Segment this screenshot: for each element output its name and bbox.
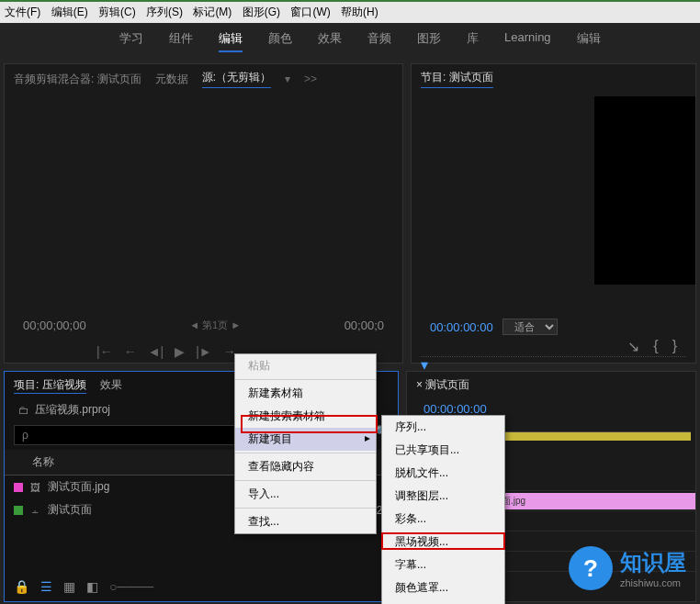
icon-view-icon[interactable]: ▦ [63,579,75,594]
tab-metadata[interactable]: 元数据 [155,72,188,87]
ctx-paste: 粘贴 [235,354,376,377]
menu-help[interactable]: 帮助(H) [341,6,378,18]
mark-out-icon[interactable]: } [672,338,677,355]
sequence-icon: ⫠ [30,505,40,516]
zoom-select[interactable]: 适合 [502,319,558,335]
tab-program[interactable]: 节目: 测试页面 [421,70,493,88]
sub-color-matte[interactable]: 颜色遮罩... [382,576,504,599]
sub-offline-file[interactable]: 脱机文件... [382,462,504,485]
ctx-new-search-bin[interactable]: 新建搜索素材箱 [235,405,376,428]
ws-effects[interactable]: 效果 [318,30,342,52]
sub-adjustment-layer[interactable]: 调整图层... [382,485,504,508]
export-frame-icon[interactable]: ↘ [627,338,639,355]
ws-editing[interactable]: 编辑 [219,30,243,52]
source-in-timecode[interactable]: 00;00;00;00 [23,319,86,332]
lock-icon[interactable]: 🔒 [14,579,29,594]
ws-audio[interactable]: 音频 [367,30,391,52]
watermark-sub: zhishiwu.com [620,577,686,588]
workspace-toolbar: 学习 组件 编辑 颜色 效果 音频 图形 库 Learning 编辑 [0,23,700,60]
menu-window[interactable]: 窗口(W) [290,6,330,18]
ws-edit2[interactable]: 编辑 [577,30,601,52]
ws-libraries[interactable]: 库 [467,30,479,52]
menu-clip[interactable]: 剪辑(C) [98,6,136,18]
ws-assembly[interactable]: 组件 [169,30,193,52]
project-file-name: 压缩视频.prproj [35,402,110,418]
pager[interactable]: ◄ 第1页 ► [189,319,241,332]
program-timecode[interactable]: 00:00:00:00 [430,320,493,334]
ws-learning[interactable]: Learning [504,30,551,52]
folder-icon: 🗀 [18,404,29,417]
tab-effects[interactable]: 效果 [100,377,122,394]
play-icon[interactable]: ▶ [175,344,185,359]
context-menu[interactable]: 粘贴 新建素材箱 新建搜索素材箱 新建项目▸ 查看隐藏内容 导入... 查找..… [234,353,377,534]
ctx-find[interactable]: 查找... [235,510,376,533]
image-icon: 🖼 [30,482,40,493]
next-frame-icon[interactable]: |► [196,344,212,359]
program-preview [594,96,695,285]
sub-hd-bars[interactable]: HD 彩条... [382,599,504,604]
ctx-view-hidden[interactable]: 查看隐藏内容 [235,455,376,478]
zoom-slider[interactable]: ○──── [109,579,153,594]
tab-source[interactable]: 源:（无剪辑） [202,70,271,88]
sub-black-video[interactable]: 黑场视频... [382,531,504,554]
menu-marker[interactable]: 标记(M) [193,6,231,18]
menu-sequence[interactable]: 序列(S) [146,6,183,18]
program-monitor-panel: 节目: 测试页面 00:00:00:00 适合 ▾ ↘ { } [411,63,696,364]
label-color [14,483,23,492]
menu-file[interactable]: 文件(F) [5,6,40,18]
ws-graphics[interactable]: 图形 [417,30,441,52]
list-view-icon[interactable]: ☰ [40,579,52,594]
ctx-new-bin[interactable]: 新建素材箱 [235,382,376,405]
overflow-icon[interactable]: >> [304,73,317,85]
ctx-import[interactable]: 导入... [235,483,376,506]
tab-audio-mixer[interactable]: 音频剪辑混合器: 测试页面 [14,72,141,87]
sub-captions[interactable]: 字幕... [382,554,504,576]
ws-learn[interactable]: 学习 [119,30,143,52]
chevron-down-icon[interactable]: ▾ [285,73,290,85]
watermark: ? 知识屋 zhishiwu.com [569,546,686,590]
tab-sequence[interactable]: × 测试页面 [416,378,469,391]
goto-in-icon[interactable]: |← [96,344,113,359]
submenu-arrow-icon: ▸ [365,431,370,444]
ws-color[interactable]: 颜色 [268,30,292,52]
label-color [14,506,23,515]
tab-project[interactable]: 项目: 压缩视频 [14,377,86,394]
prev-frame-icon[interactable]: ◄| [148,344,164,359]
source-monitor-panel: 音频剪辑混合器: 测试页面 元数据 源:（无剪辑） ▾ >> 00;00;00;… [4,63,403,364]
context-submenu[interactable]: 序列... 已共享项目... 脱机文件... 调整图层... 彩条... 黑场视… [381,415,505,604]
menubar[interactable]: 文件(F) 编辑(E) 剪辑(C) 序列(S) 标记(M) 图形(G) 窗口(W… [0,0,700,23]
ctx-new-item[interactable]: 新建项目▸ [235,428,376,451]
source-out-timecode: 00;00;0 [344,319,384,332]
step-back-icon[interactable]: ← [124,344,137,359]
menu-edit[interactable]: 编辑(E) [51,6,88,18]
menu-graphics[interactable]: 图形(G) [243,6,280,18]
sub-bars[interactable]: 彩条... [382,508,504,531]
sub-shared-project[interactable]: 已共享项目... [382,439,504,462]
sub-sequence[interactable]: 序列... [382,416,504,439]
mark-in-icon[interactable]: { [653,338,658,355]
freeform-view-icon[interactable]: ◧ [86,579,98,594]
watermark-text: 知识屋 [620,548,686,577]
watermark-icon: ? [569,546,613,590]
